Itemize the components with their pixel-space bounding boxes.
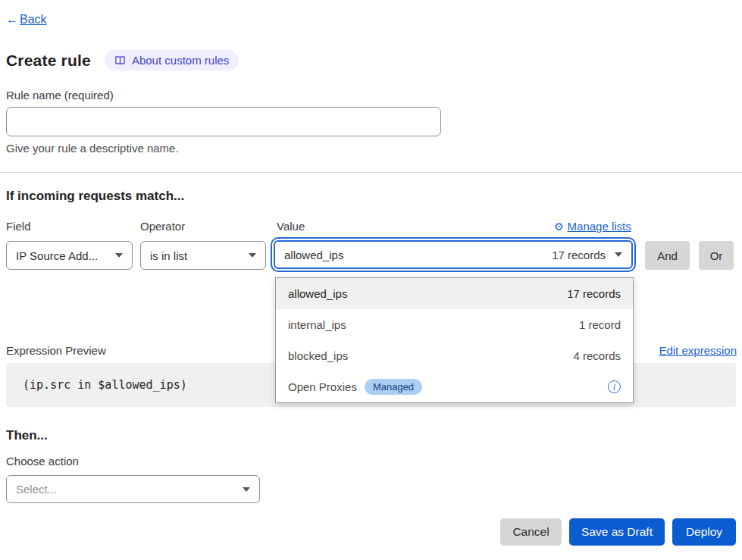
value-select-records: 17 records — [552, 249, 606, 261]
chevron-down-icon — [615, 252, 622, 257]
about-badge-label: About custom rules — [132, 54, 229, 67]
cancel-button[interactable]: Cancel — [500, 518, 562, 546]
page-title: Create rule — [6, 52, 91, 70]
operator-select[interactable]: is in list — [140, 241, 266, 270]
field-select[interactable]: IP Source Add... — [6, 241, 133, 270]
book-icon — [114, 55, 126, 66]
expression-preview-label: Expression Preview — [6, 344, 106, 357]
list-option-records: 17 records — [567, 287, 621, 300]
field-label: Field — [6, 220, 31, 233]
operator-select-value: is in list — [150, 249, 187, 262]
value-select[interactable]: allowed_ips 17 records — [274, 240, 633, 269]
then-section-heading: Then... — [6, 428, 48, 443]
expression-code: (ip.src in $allowed_ips) — [6, 378, 187, 392]
list-option-internal-ips[interactable]: internal_ips 1 record — [276, 309, 633, 340]
list-option-allowed-ips[interactable]: allowed_ips 17 records — [276, 278, 633, 309]
field-select-value: IP Source Add... — [16, 249, 98, 262]
list-option-name: blocked_ips — [288, 349, 348, 362]
gear-icon: ⚙ — [554, 221, 564, 232]
list-option-name: allowed_ips — [288, 287, 347, 300]
chevron-down-icon — [243, 487, 250, 492]
manage-lists-link[interactable]: ⚙ Manage lists — [554, 220, 631, 233]
value-select-focus-ring: allowed_ips 17 records — [271, 237, 636, 272]
section-divider — [0, 172, 742, 173]
create-rule-page: ←Back Create rule About custom rules Rul… — [0, 0, 742, 560]
list-option-blocked-ips[interactable]: blocked_ips 4 records — [276, 340, 633, 371]
left-arrow-icon: ← — [6, 13, 18, 27]
deploy-button[interactable]: Deploy — [672, 518, 736, 546]
action-select-placeholder: Select... — [16, 483, 57, 496]
list-dropdown-menu: allowed_ips 17 records internal_ips 1 re… — [275, 277, 634, 403]
list-option-name: Open Proxies — [288, 380, 357, 393]
and-button[interactable]: And — [645, 241, 690, 270]
managed-badge: Managed — [365, 379, 422, 395]
list-option-records: 4 records — [573, 349, 621, 362]
chevron-down-icon — [115, 253, 123, 258]
back-label: Back — [20, 13, 47, 27]
list-option-records: 1 record — [579, 318, 621, 331]
edit-expression-label: Edit expression — [659, 344, 737, 357]
action-select[interactable]: Select... — [6, 475, 260, 503]
save-as-draft-button[interactable]: Save as Draft — [569, 518, 665, 546]
or-button[interactable]: Or — [699, 241, 734, 270]
about-custom-rules-badge[interactable]: About custom rules — [105, 50, 239, 70]
back-link[interactable]: ←Back — [6, 13, 47, 27]
title-row: Create rule About custom rules — [6, 50, 239, 70]
list-option-name: internal_ips — [288, 318, 346, 331]
rule-name-input[interactable] — [6, 107, 441, 136]
value-label: Value — [277, 220, 305, 233]
chevron-down-icon — [249, 253, 256, 258]
manage-lists-label: Manage lists — [568, 220, 631, 233]
operator-label: Operator — [140, 220, 185, 233]
choose-action-label: Choose action — [6, 455, 79, 468]
rule-name-label: Rule name (required) — [6, 89, 114, 102]
list-option-open-proxies[interactable]: Open Proxies Managed i — [276, 371, 633, 402]
edit-expression-link[interactable]: Edit expression — [659, 344, 737, 357]
value-select-value: allowed_ips — [284, 249, 343, 261]
info-icon[interactable]: i — [608, 380, 621, 393]
rule-name-helper: Give your rule a descriptive name. — [6, 142, 179, 155]
match-section-heading: If incoming requests match... — [6, 189, 184, 204]
